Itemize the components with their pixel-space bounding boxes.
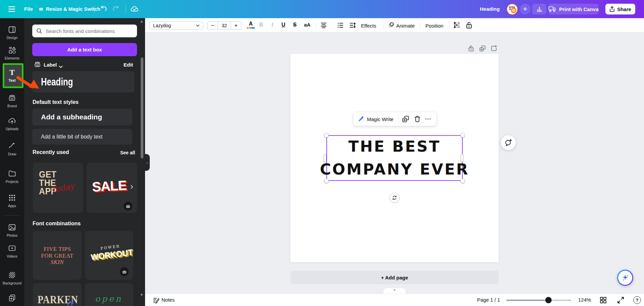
grid-view-icon[interactable] (600, 297, 607, 305)
line-spacing-button[interactable] (349, 22, 356, 30)
resize-handle-e[interactable] (461, 154, 463, 162)
rainbow-bar (247, 27, 255, 29)
brand-kit-dropdown[interactable]: Label (44, 62, 57, 68)
share-button[interactable]: Share (605, 4, 635, 14)
more-options-icon[interactable]: ··· (425, 116, 431, 122)
sidebar-item-background[interactable]: Background (0, 271, 24, 285)
canva-assistant-button[interactable] (617, 270, 633, 286)
add-comment-button[interactable] (501, 135, 516, 150)
svg-text:co: co (10, 97, 14, 100)
recent-style-get-the-app[interactable]: GET THE APP Today (33, 162, 83, 213)
underline-button[interactable]: U (279, 22, 288, 28)
panel-scrollbar[interactable] (141, 58, 143, 158)
default-styles-title: Default text styles (33, 99, 79, 105)
sidebar-item-projects[interactable]: Projects (0, 169, 24, 184)
resize-handle-ne[interactable] (460, 133, 465, 138)
lock-button[interactable] (465, 21, 473, 31)
pro-crown-badge (120, 267, 129, 276)
undo-icon[interactable] (99, 5, 107, 13)
help-button[interactable]: ? (633, 296, 641, 304)
text-case-button[interactable]: aA (302, 22, 313, 28)
zoom-slider-thumb[interactable] (545, 297, 552, 303)
resize-handle-w[interactable] (324, 154, 326, 162)
combo-open[interactable]: open (85, 283, 133, 306)
panel-collapse-tab[interactable]: ‹ (145, 154, 150, 171)
chevron-down-icon[interactable] (59, 64, 63, 70)
sidebar-item-pages[interactable] (0, 294, 24, 302)
file-menu[interactable]: File (24, 6, 33, 12)
sidebar-item-apps[interactable]: Apps (0, 193, 24, 208)
resize-handle-se[interactable] (460, 179, 465, 183)
animate-button[interactable]: Animate (396, 23, 415, 29)
text-color-button[interactable]: A (247, 21, 255, 29)
font-family-select[interactable]: Lazydog (149, 22, 203, 30)
sidebar-item-elements[interactable]: Elements (0, 46, 24, 60)
italic-button[interactable]: I (268, 22, 277, 28)
scroll-up-icon[interactable]: ▲ (140, 19, 144, 24)
lock-page-icon[interactable] (468, 45, 474, 53)
print-with-canva-button[interactable]: Print with Canva (548, 4, 599, 14)
add-text-box-button[interactable]: Add a text box (32, 43, 137, 56)
subheading-style-card[interactable]: Add a subheading (32, 109, 132, 125)
hamburger-menu-icon[interactable] (7, 5, 16, 13)
avatar[interactable] (506, 3, 518, 15)
rotate-handle[interactable] (389, 193, 400, 203)
combo-parken[interactable]: PARKEN d (33, 283, 82, 306)
notes-icon[interactable] (153, 297, 159, 305)
zoom-fit-marker (569, 300, 571, 301)
position-button[interactable]: Position (425, 23, 443, 29)
combo-five-tips[interactable]: FIVE TIPS FOR GREAT SKIN (33, 231, 82, 280)
animate-icon[interactable] (388, 22, 395, 30)
scroll-down-icon[interactable]: ▼ (140, 293, 144, 297)
resize-magic-switch-button[interactable]: Resize & Magic Switch (46, 6, 100, 12)
add-page-icon[interactable] (491, 45, 497, 53)
bold-button[interactable]: B (257, 22, 266, 28)
document-title[interactable]: Heading (480, 6, 500, 12)
magic-write-button[interactable]: Magic Write (358, 116, 394, 122)
insights-button[interactable] (532, 4, 546, 14)
search-input[interactable] (46, 28, 130, 34)
font-search-box[interactable] (32, 25, 137, 37)
recent-style-sale[interactable]: SALE (87, 162, 137, 213)
sidebar-item-photos[interactable]: Photos (0, 223, 24, 237)
duplicate-element-icon[interactable] (402, 115, 409, 123)
fullscreen-icon[interactable] (617, 297, 624, 305)
print-label: Print with Canva (559, 6, 599, 12)
font-size-increase-button[interactable]: + (231, 22, 241, 29)
sidebar-item-brand[interactable]: co Brand (0, 93, 24, 108)
notes-button[interactable]: Notes (162, 297, 175, 303)
selected-text-element[interactable]: THE BEST COMPANY EVER (326, 135, 463, 181)
delete-element-icon[interactable] (414, 115, 421, 123)
text-align-button[interactable] (320, 22, 327, 30)
sidebar-item-uploads[interactable]: Uploads (0, 116, 24, 131)
add-member-button[interactable]: + (520, 4, 531, 14)
page-indicator: Page 1 / 1 (477, 297, 500, 303)
projects-icon (8, 169, 16, 178)
bar-chart-icon (536, 6, 543, 12)
add-page-button[interactable]: + Add page (290, 271, 499, 284)
format-toolbar: Lazydog − 32 + A B I U S aA Effects (145, 18, 644, 33)
combo-power-workout[interactable]: POWER WORKOUT (85, 231, 133, 280)
zoom-level[interactable]: 124% (578, 297, 591, 303)
font-size-decrease-button[interactable]: − (208, 22, 218, 29)
bullet-list-button[interactable] (337, 22, 344, 30)
strikethrough-button[interactable]: S (290, 22, 300, 28)
carousel-next-icon[interactable]: › (130, 183, 133, 190)
resize-handle-nw[interactable] (324, 133, 329, 138)
body-text-style-card[interactable]: Add a little bit of body text (32, 129, 132, 145)
sidebar-item-videos[interactable]: Videos (0, 244, 24, 258)
redo-icon[interactable] (112, 5, 120, 13)
transparency-button[interactable] (454, 22, 460, 30)
sidebar-item-draw[interactable]: Draw (0, 142, 24, 156)
effects-button[interactable]: Effects (361, 23, 376, 29)
sidebar-item-design[interactable]: Design (0, 25, 24, 40)
see-all-link[interactable]: See all (120, 150, 135, 155)
font-size-value[interactable]: 32 (218, 22, 231, 29)
topbar-divider (126, 5, 126, 13)
font-size-stepper: − 32 + (207, 22, 241, 30)
resize-handle-sw[interactable] (324, 179, 329, 183)
collapse-bottom-tab[interactable]: ⌃ (383, 288, 406, 294)
edit-brand-styles-link[interactable]: Edit (124, 62, 133, 68)
duplicate-page-icon[interactable] (479, 45, 486, 53)
heading-style-card[interactable]: Heading (32, 71, 134, 92)
